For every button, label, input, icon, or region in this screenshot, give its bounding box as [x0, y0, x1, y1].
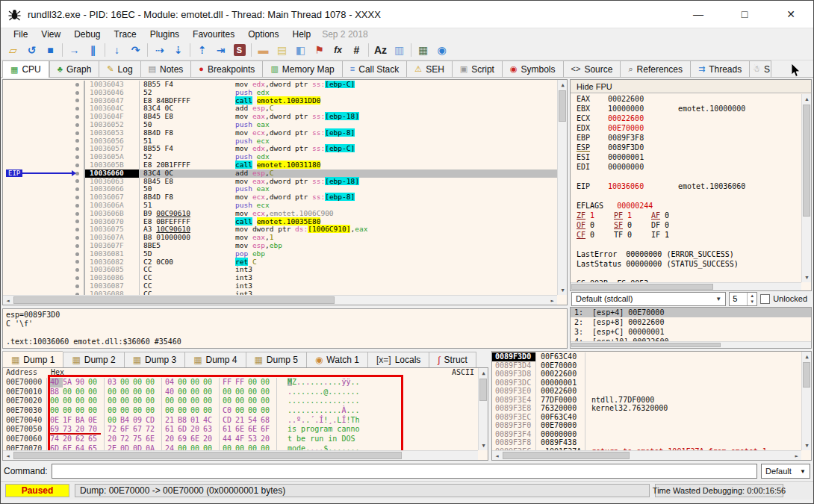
dump-hex-byte[interactable]: 75: [133, 435, 146, 444]
dump-hex-byte[interactable]: 6F: [261, 425, 273, 435]
dump-hex-byte[interactable]: 62: [75, 435, 88, 444]
dump-hex-byte[interactable]: 20: [261, 435, 273, 444]
register-row[interactable]: ESI00000001: [577, 152, 801, 162]
dump-hex-byte[interactable]: 00: [261, 378, 273, 388]
dump-hex-byte[interactable]: 00: [63, 406, 75, 416]
disasm-row[interactable]: 10036047E8 84BDFFFFcall emotet.10031DD0: [3, 97, 557, 105]
dump-hex-byte[interactable]: 1F: [63, 416, 75, 426]
tab-threads[interactable]: ⇉Threads: [690, 60, 749, 77]
dump-hex-byte[interactable]: 65: [88, 435, 101, 444]
dump-hex-byte[interactable]: 00: [75, 396, 88, 406]
disasm-row[interactable]: 100360578B55 F4mov edx,dword ptr ss:[ebp…: [3, 145, 557, 153]
tab-s[interactable]: ☃S: [749, 60, 771, 77]
dump-hex-byte[interactable]: 63: [203, 425, 216, 435]
minimize-button[interactable]: —: [688, 8, 709, 20]
dump-hex-byte[interactable]: 00: [203, 388, 216, 397]
breakpoint-dot[interactable]: [75, 91, 79, 95]
dump-hex-byte[interactable]: 00: [203, 406, 216, 416]
scroll-up-arrow[interactable]: ▲: [558, 80, 568, 90]
flags-row[interactable]: OF 0SF 0DF 0: [577, 220, 801, 230]
dump-hex-byte[interactable]: 00: [120, 378, 133, 388]
scylla-icon[interactable]: S: [230, 42, 249, 58]
dump-hex-byte[interactable]: 90: [75, 378, 88, 388]
breakpoint-dot[interactable]: [75, 123, 79, 127]
register-row[interactable]: EAX00022600: [577, 94, 801, 104]
dump-hex-byte[interactable]: 00: [146, 388, 158, 397]
dump-hex-byte[interactable]: 00: [248, 378, 261, 388]
bookmark-icon[interactable]: ⚑: [310, 42, 329, 58]
stack-row[interactable]: 0089F3DC00000001: [492, 379, 801, 388]
dump-hex-byte[interactable]: 00: [50, 396, 63, 406]
dump-hex-byte[interactable]: CD: [146, 416, 158, 426]
scroll-down-arrow[interactable]: ▼: [802, 273, 812, 282]
tab-dump-3[interactable]: ▦Dump 3: [124, 352, 184, 367]
argument-row[interactable]: 3: [esp+C] 00000001: [571, 327, 811, 337]
run-to-user-code-icon[interactable]: ⇥: [211, 42, 230, 58]
dump-hex-byte[interactable]: 20: [108, 435, 120, 444]
breakpoint-dot[interactable]: [75, 196, 79, 199]
disassembly-pane[interactable]: 100360438B55 F4mov edx,dword ptr ss:[ebp…: [2, 79, 568, 305]
register-row[interactable]: EBX10000000emotet.10000000: [577, 104, 801, 113]
scroll-up-arrow[interactable]: ▲: [802, 94, 812, 104]
dump-hex-byte[interactable]: 6D: [178, 425, 190, 435]
stack-row[interactable]: 0089F3E876320000kernel32.76320000: [492, 404, 801, 413]
dump-vertical-scrollbar[interactable]: ▲ ▼: [478, 368, 488, 450]
dump-hex-byte[interactable]: 00: [203, 378, 216, 388]
dump-hex-byte[interactable]: 00: [108, 406, 120, 416]
dump-hex-byte[interactable]: 00: [190, 396, 203, 406]
menu-item-help[interactable]: Help: [286, 29, 318, 40]
breakpoint-dot[interactable]: [75, 179, 79, 183]
menu-item-debug[interactable]: Debug: [67, 29, 107, 40]
dump-hex-byte[interactable]: 54: [248, 416, 261, 426]
dump-hex-byte[interactable]: 6E: [146, 435, 158, 444]
register-row[interactable]: EIP10036060emotet.10036060: [577, 181, 801, 191]
tab-breakpoints[interactable]: ●Breakpoints: [190, 60, 262, 77]
dump-hex-byte[interactable]: 68: [261, 416, 273, 426]
breakpoint-dot[interactable]: [75, 236, 79, 240]
breakpoint-dot[interactable]: [75, 260, 79, 264]
dump-hex-byte[interactable]: 00: [223, 388, 235, 397]
dump-hex-byte[interactable]: 00: [108, 396, 120, 406]
command-type-dropdown[interactable]: Default▼: [761, 464, 810, 479]
disasm-row[interactable]: 10036085CCint3: [3, 266, 557, 274]
dump-hex-byte[interactable]: 00: [248, 406, 261, 416]
dump-hex-byte[interactable]: 72: [120, 435, 133, 444]
label-icon[interactable]: ◧: [291, 42, 310, 58]
stack-row[interactable]: 0089F3E000022600: [492, 387, 801, 396]
scroll-right-arrow[interactable]: ►: [792, 451, 801, 461]
stack-row[interactable]: 0089F3F400000000: [492, 430, 801, 439]
tab-cpu[interactable]: ▦CPU: [2, 60, 49, 78]
dump-hex-byte[interactable]: B8: [178, 416, 190, 426]
disasm-horizontal-scrollbar[interactable]: ◄ ►: [3, 295, 557, 305]
dump-hex-byte[interactable]: 74: [50, 435, 63, 444]
dump-hex-byte[interactable]: 00: [108, 388, 120, 397]
tab-dump-1[interactable]: ▦Dump 1: [2, 351, 63, 367]
dump-hex-byte[interactable]: 00: [178, 406, 190, 416]
tab-dump-4[interactable]: ▦Dump 4: [184, 352, 245, 367]
stop-icon[interactable]: ■: [41, 42, 60, 58]
breakpoint-dot[interactable]: [75, 284, 79, 288]
dump-hex-byte[interactable]: 61: [223, 425, 235, 435]
breakpoint-dot[interactable]: [75, 147, 79, 151]
breakpoint-dot[interactable]: [75, 155, 79, 159]
tab-locals[interactable]: [x=]Locals: [367, 352, 429, 367]
dump-hex-byte[interactable]: 00: [235, 406, 248, 416]
dump-hex-byte[interactable]: 00: [88, 406, 101, 416]
comment-icon[interactable]: ▤: [273, 42, 291, 58]
dump-hex-byte[interactable]: 00: [235, 388, 248, 397]
dump-hex-byte[interactable]: 00: [261, 396, 273, 406]
dump-row[interactable]: 00E7002000000000000000000000000000000000…: [3, 396, 488, 406]
arguments-horizontal-scrollbar[interactable]: [571, 341, 811, 348]
dump-hex-byte[interactable]: 00: [108, 416, 120, 426]
scroll-left-arrow[interactable]: ◄: [3, 451, 13, 461]
breakpoint-dot[interactable]: [75, 228, 79, 231]
dump-hex-byte[interactable]: 6E: [190, 435, 203, 444]
dump-hex-byte[interactable]: 67: [133, 425, 146, 435]
dump-hex-byte[interactable]: 00: [88, 378, 101, 388]
dump-hex-byte[interactable]: 00: [146, 378, 158, 388]
close-button[interactable]: ✕: [780, 8, 801, 20]
step-over-icon[interactable]: ↷: [126, 42, 145, 58]
dump-hex-byte[interactable]: 00: [248, 388, 261, 397]
breakpoint-dot[interactable]: [75, 107, 79, 111]
breakpoint-dot[interactable]: [75, 268, 79, 272]
